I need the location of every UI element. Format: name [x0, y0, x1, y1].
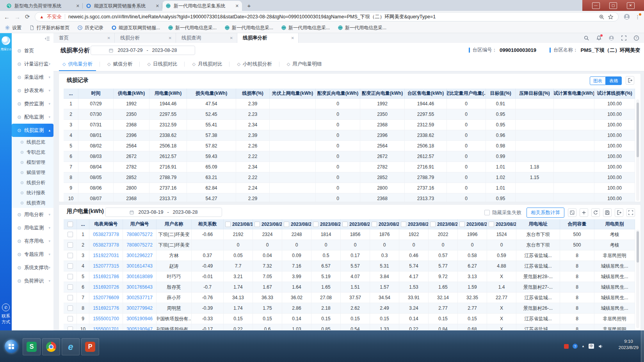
- taskbar-powerpoint-icon[interactable]: P: [81, 338, 99, 355]
- column-checkbox[interactable]: [430, 222, 436, 227]
- bookmark-item[interactable]: 新一代用电信息采...: [224, 25, 273, 31]
- date-start[interactable]: 2023-08-19: [138, 209, 163, 215]
- tab-close-icon[interactable]: ✕: [76, 4, 80, 9]
- tool-refresh-icon[interactable]: [591, 208, 600, 217]
- link-cell[interactable]: 3001614743: [123, 261, 157, 272]
- link-cell[interactable]: 3005190947: [123, 324, 157, 330]
- browser-tab[interactable]: 能源互联网营销服务系统✕: [83, 1, 162, 11]
- fullscreen-icon[interactable]: [621, 35, 627, 41]
- show-desktop-button[interactable]: [641, 330, 644, 362]
- link-cell[interactable]: 3001765643: [123, 282, 157, 293]
- browser-tab[interactable]: 新一代用电信息采集系统✕: [162, 1, 242, 11]
- bookmark-item[interactable]: 能源互联网营销服...: [111, 25, 160, 31]
- tool-export-icon[interactable]: [615, 208, 623, 217]
- browser-tab[interactable]: 新型电力负荷管理系统✕: [3, 1, 83, 11]
- correlation-calc-button[interactable]: 相关系数计算: [527, 208, 564, 218]
- sidebar-item-计量运行监测[interactable]: 计量运行监测▾: [12, 57, 53, 71]
- tool-layout-grid-icon[interactable]: [568, 208, 576, 217]
- tray-help-icon[interactable]: ?: [573, 344, 578, 349]
- tab-close-icon[interactable]: ✕: [230, 36, 233, 40]
- row-checkbox[interactable]: [68, 232, 73, 237]
- date-end[interactable]: 2023-08-28: [173, 209, 198, 215]
- start-button[interactable]: [5, 340, 18, 353]
- taskbar-wps-icon[interactable]: S: [23, 338, 41, 355]
- back-button[interactable]: ←: [4, 14, 10, 20]
- column-checkbox[interactable]: [459, 222, 465, 227]
- hide-failed-checkbox[interactable]: [484, 210, 490, 215]
- link-cell[interactable]: 7808075272: [123, 229, 157, 240]
- tray-ime-icon[interactable]: 中: [589, 344, 594, 349]
- tray-up-arrow-icon[interactable]: ▲: [582, 344, 585, 348]
- link-cell[interactable]: 0538273778: [89, 229, 123, 240]
- sidebar-item-抄表发布[interactable]: 抄表发布▾: [12, 84, 53, 97]
- subtab-日线损对比[interactable]: ◇日线损对比: [140, 57, 185, 71]
- column-checkbox[interactable]: [313, 222, 318, 227]
- tool-save-icon[interactable]: [603, 208, 612, 217]
- bookmark-item[interactable]: 新一代用电信息采...: [168, 25, 217, 31]
- bookmark-item[interactable]: 打开新的标签页: [29, 25, 69, 31]
- row-checkbox[interactable]: [68, 242, 73, 248]
- sidebar-item-用电监测[interactable]: 用电监测▾: [12, 221, 53, 234]
- row-checkbox[interactable]: [68, 253, 73, 258]
- column-checkbox[interactable]: [225, 222, 231, 227]
- subtab-供电量分析[interactable]: ◇供电量分析: [55, 57, 100, 71]
- subtab-小时线损分析[interactable]: ◇小时线损分析: [229, 57, 279, 71]
- column-checkbox[interactable]: [254, 222, 260, 227]
- column-checkbox[interactable]: [342, 222, 348, 227]
- vertical-scrollbar[interactable]: [636, 230, 639, 328]
- link-cell[interactable]: 3002779942: [123, 303, 157, 314]
- row-checkbox[interactable]: [68, 263, 73, 269]
- link-cell[interactable]: 3001296227: [123, 250, 157, 261]
- workspace-tab-线损分析[interactable]: 线损分析✕: [115, 33, 176, 43]
- sidebar-subitem-统计报表[interactable]: 统计报表: [12, 188, 53, 198]
- bookmark-item[interactable]: 新一代用电信息采...: [338, 25, 386, 31]
- taskbar-chrome-icon[interactable]: [42, 338, 60, 355]
- link-cell[interactable]: 1516920726: [89, 282, 123, 293]
- close-button[interactable]: ✕: [627, 2, 635, 9]
- link-cell[interactable]: 1516921786: [89, 272, 123, 282]
- user-date-range-picker[interactable]: 2023-08-19 - 2023-08-28: [105, 208, 222, 217]
- sidebar-subitem-专职总览[interactable]: 专职总览: [12, 147, 53, 157]
- workspace-tab-线损查询[interactable]: 线损查询✕: [176, 33, 237, 43]
- column-checkbox[interactable]: [284, 222, 289, 227]
- sidebar-item-配电监测[interactable]: 配电监测▾: [12, 110, 53, 124]
- new-tab-button[interactable]: +: [244, 1, 254, 10]
- tab-close-icon[interactable]: ✕: [107, 36, 110, 40]
- hide-failed-toggle[interactable]: 隐藏采集失败: [484, 209, 521, 216]
- maximize-button[interactable]: ▢: [609, 2, 617, 9]
- row-checkbox[interactable]: [68, 327, 73, 330]
- row-checkbox[interactable]: [68, 295, 73, 300]
- link-cell[interactable]: 3002537717: [123, 293, 157, 303]
- minimize-button[interactable]: —: [592, 2, 600, 9]
- sidebar-item-费控监测[interactable]: 费控监测▾: [12, 97, 53, 110]
- link-cell[interactable]: 1516921776: [89, 303, 123, 314]
- browser-profile-avatar[interactable]: [623, 13, 630, 20]
- address-bar[interactable]: ▲ 不安全 neweic.js.sgcc.com.cn/#/llm/line/L…: [35, 12, 619, 21]
- tab-close-icon[interactable]: ✕: [169, 36, 172, 40]
- date-end[interactable]: 2023-08-28: [152, 48, 177, 53]
- tray-red-icon[interactable]: [564, 344, 569, 349]
- date-start[interactable]: 2023-07-29: [117, 48, 142, 53]
- sidebar-collapse-icon[interactable]: [44, 36, 50, 41]
- sidebar-subitem-线损总览[interactable]: 线损总览: [12, 137, 53, 147]
- tab-close-icon[interactable]: ✕: [291, 36, 294, 40]
- column-checkbox[interactable]: [372, 222, 377, 227]
- column-checkbox[interactable]: [489, 222, 494, 227]
- row-checkbox[interactable]: [68, 316, 73, 321]
- sidebar-item-有序用电[interactable]: 有序用电▾: [12, 234, 53, 248]
- forward-button[interactable]: →: [14, 14, 20, 20]
- link-cell[interactable]: 1519227031: [89, 250, 123, 261]
- date-range-picker[interactable]: 2023-07-29 - 2023-08-28: [91, 46, 195, 55]
- subtab-月线损对比[interactable]: ◇月线损对比: [185, 57, 229, 71]
- workspace-tab-首页[interactable]: 首页✕: [53, 33, 115, 43]
- row-checkbox[interactable]: [68, 305, 73, 311]
- sidebar-subitem-模型管理[interactable]: 模型管理: [12, 157, 53, 167]
- sidebar-subitem-赋值管理[interactable]: 赋值管理: [12, 167, 53, 177]
- tab-close-icon[interactable]: ✕: [235, 4, 239, 9]
- bell-icon[interactable]: [596, 35, 602, 41]
- sidebar-subitem-线损分析[interactable]: 线损分析: [12, 177, 53, 188]
- table-view-button[interactable]: 表格: [606, 76, 622, 85]
- search-icon[interactable]: [584, 35, 589, 41]
- tool-fullscreen-icon[interactable]: [626, 208, 635, 217]
- sidebar-item-用电分析[interactable]: 用电分析▾: [12, 208, 53, 221]
